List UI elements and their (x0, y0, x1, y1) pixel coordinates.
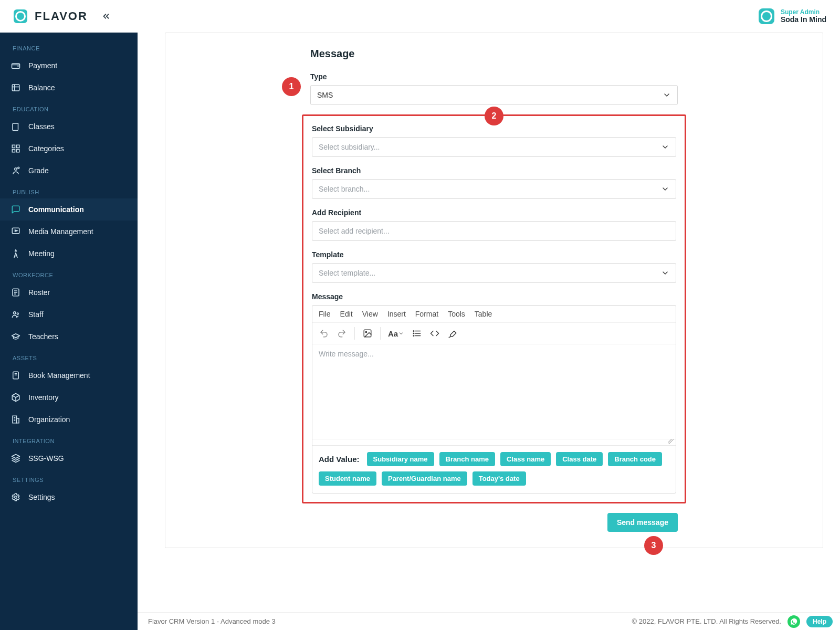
sidebar-item-meeting[interactable]: Meeting (0, 243, 138, 265)
panel-inner: Message 1 Type SMS 2 Select Subsidiary (310, 48, 678, 532)
sidebar-item-communication[interactable]: Communication (0, 198, 138, 220)
value-chip-parent-guardian-name[interactable]: Parent/Guardian name (382, 471, 467, 486)
sidebar-item-classes[interactable]: Classes (0, 116, 138, 138)
sidebar-item-media-management[interactable]: Media Management (0, 220, 138, 243)
redo-icon (337, 329, 346, 338)
value-chip-subsidiary-name[interactable]: Subsidiary name (367, 452, 434, 466)
grid-icon (10, 143, 21, 154)
bookmgmt-icon (10, 370, 21, 381)
svg-marker-27 (12, 455, 20, 459)
sidebar-item-payment[interactable]: Payment (0, 55, 138, 77)
sidebar-item-label: Media Management (28, 227, 93, 236)
fontsize-button[interactable]: Aa (386, 326, 406, 341)
sidebar-collapse-button[interactable] (99, 9, 113, 23)
whatsapp-button[interactable] (788, 615, 800, 628)
brand: FLAVOR (14, 9, 113, 23)
sidebar-item-label: Grade (28, 166, 49, 175)
undo-button[interactable] (317, 326, 331, 341)
recipient-field: Add Recipient Select add recipient... (312, 208, 676, 241)
sidebar-item-roster[interactable]: Roster (0, 281, 138, 303)
highlighted-section: 2 Select Subsidiary Select subsidiary...… (302, 114, 686, 503)
value-chip-today-s-date[interactable]: Today's date (472, 471, 526, 486)
sidebar-item-label: Payment (28, 61, 57, 70)
editor-menu-tools[interactable]: Tools (448, 310, 465, 318)
user-role: Super Admin (781, 9, 826, 16)
branch-placeholder: Select branch... (319, 185, 370, 193)
book-icon (10, 121, 21, 132)
template-label: Template (312, 250, 676, 259)
sidebar-item-label: Staff (28, 310, 44, 319)
footer-version: Flavor CRM Version 1 - Advanced mode 3 (148, 617, 276, 625)
user-box[interactable]: Super Admin Soda In Mind (759, 8, 826, 24)
editor-menu-edit[interactable]: Edit (340, 310, 353, 318)
branch-select[interactable]: Select branch... (312, 179, 676, 199)
editor-menu-table[interactable]: Table (475, 310, 492, 318)
chevron-down-icon (663, 91, 671, 99)
editor-menu-insert[interactable]: Insert (387, 310, 406, 318)
subsidiary-select[interactable]: Select subsidiary... (312, 137, 676, 157)
value-chip-class-date[interactable]: Class date (556, 452, 603, 466)
sidebar-item-teachers[interactable]: Teachers (0, 326, 138, 348)
sidebar-item-ssg-wsg[interactable]: SSG-WSG (0, 447, 138, 469)
template-select[interactable]: Select template... (312, 263, 676, 283)
type-select[interactable]: SMS (310, 85, 678, 105)
svg-rect-4 (12, 145, 15, 148)
value-chip-student-name[interactable]: Student name (319, 471, 376, 486)
highlight-button[interactable] (445, 326, 460, 341)
stack-icon (10, 453, 21, 464)
whatsapp-icon (790, 618, 797, 625)
editor-menu-view[interactable]: View (362, 310, 378, 318)
message-editor: FileEditViewInsertFormatToolsTable (312, 305, 676, 494)
value-chip-branch-code[interactable]: Branch code (608, 452, 662, 466)
section-title: INTEGRATION (0, 430, 138, 447)
help-button[interactable]: Help (806, 616, 833, 627)
sidebar-item-label: Book Management (28, 371, 90, 380)
redo-button[interactable] (334, 326, 349, 341)
svg-rect-6 (12, 150, 15, 152)
sidebar-item-book-management[interactable]: Book Management (0, 364, 138, 386)
avatar-icon (759, 8, 774, 24)
editor-menu-file[interactable]: File (319, 310, 331, 318)
svg-rect-5 (17, 145, 19, 148)
meeting-icon (10, 248, 21, 259)
sidebar-item-categories[interactable]: Categories (0, 138, 138, 160)
undo-icon (319, 329, 329, 338)
sidebar-item-balance[interactable]: Balance (0, 77, 138, 99)
type-label: Type (310, 72, 678, 81)
user-text: Super Admin Soda In Mind (781, 9, 826, 24)
list-button[interactable] (410, 326, 424, 341)
value-chip-branch-name[interactable]: Branch name (439, 452, 495, 466)
media-icon (10, 226, 21, 237)
brand-name: FLAVOR (35, 9, 88, 23)
svg-point-18 (17, 313, 18, 314)
editor-body[interactable]: Write message... (312, 344, 676, 439)
sidebar-item-label: Inventory (28, 393, 59, 402)
recipient-input[interactable]: Select add recipient... (312, 221, 676, 241)
section-title: SETTINGS (0, 469, 138, 486)
editor-resize-handle[interactable] (312, 439, 676, 445)
callout-badge-1: 1 (282, 77, 301, 96)
sidebar-item-label: Categories (28, 144, 64, 153)
sidebar-item-staff[interactable]: Staff (0, 303, 138, 326)
sidebar-item-inventory[interactable]: Inventory (0, 386, 138, 408)
people-icon (10, 309, 21, 320)
message-panel: Message 1 Type SMS 2 Select Subsidiary (165, 33, 823, 548)
send-message-button[interactable]: Send message (607, 513, 678, 532)
type-field: Type SMS (310, 72, 678, 105)
org-icon (10, 414, 21, 425)
chevron-down-icon (661, 185, 669, 193)
message-label: Message (312, 292, 676, 301)
sidebar-item-label: Classes (28, 122, 55, 131)
chevron-down-icon (661, 143, 669, 151)
code-button[interactable] (427, 326, 442, 341)
sidebar-item-settings[interactable]: Settings (0, 486, 138, 508)
image-button[interactable] (360, 326, 375, 341)
sidebar-item-organization[interactable]: Organization (0, 408, 138, 430)
inventory-icon (10, 392, 21, 403)
footer-copyright: © 2022, FLAVOR PTE. LTD. All Rights Rese… (632, 617, 781, 625)
sidebar-item-grade[interactable]: Grade (0, 160, 138, 182)
svg-marker-11 (15, 230, 18, 232)
editor-menu-format[interactable]: Format (415, 310, 438, 318)
svg-point-9 (18, 167, 19, 169)
value-chip-class-name[interactable]: Class name (500, 452, 551, 466)
